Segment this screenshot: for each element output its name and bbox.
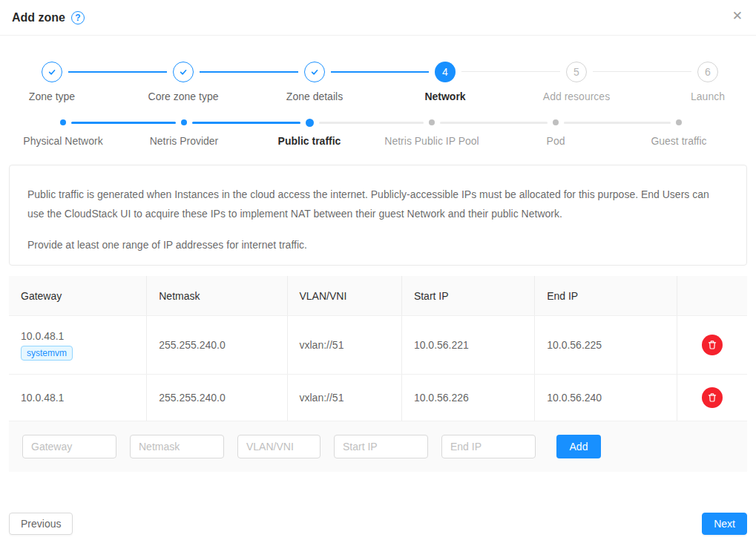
check-icon bbox=[47, 67, 57, 77]
step-zone-type-label: Zone type bbox=[29, 91, 75, 102]
step-connector bbox=[593, 71, 691, 72]
add-ip-range-form: Add bbox=[9, 421, 747, 472]
public-traffic-info-box: Public traffic is generated when Instanc… bbox=[9, 165, 747, 266]
substep-guest-traffic-dot bbox=[676, 119, 682, 125]
start-ip-cell: 10.0.56.221 bbox=[402, 316, 535, 374]
substep-connector bbox=[192, 122, 300, 124]
netmask-cell: 255.255.240.0 bbox=[147, 375, 287, 421]
step-launch-label: Launch bbox=[691, 91, 725, 102]
step-connector bbox=[200, 71, 298, 73]
delete-row-button[interactable] bbox=[702, 387, 723, 408]
actions-cell bbox=[677, 375, 747, 421]
ip-range-table: Gateway Netmask VLAN/VNI Start IP End IP… bbox=[9, 276, 747, 472]
help-icon[interactable]: ? bbox=[71, 11, 85, 24]
substep-connector bbox=[564, 122, 671, 124]
substep-public-traffic-dot bbox=[306, 119, 314, 127]
vlan-cell: vxlan://51 bbox=[288, 316, 402, 374]
gateway-input[interactable] bbox=[22, 435, 116, 458]
step-connector bbox=[68, 71, 167, 73]
column-header-netmask: Netmask bbox=[147, 276, 287, 315]
gateway-cell: 10.0.48.1 bbox=[9, 375, 147, 421]
next-button[interactable]: Next bbox=[702, 513, 747, 535]
wizard-stepper: 4 5 6 Zone type Core zone type Zone deta… bbox=[0, 56, 756, 105]
table-header-row: Gateway Netmask VLAN/VNI Start IP End IP bbox=[9, 276, 747, 316]
table-row: 10.0.48.1 systemvm 255.255.240.0 vxlan:/… bbox=[9, 316, 747, 375]
column-header-actions bbox=[677, 276, 747, 315]
substep-netris-public-ip-pool-label: Netris Public IP Pool bbox=[384, 135, 479, 147]
substep-connector bbox=[440, 122, 548, 124]
substep-netris-public-ip-pool-dot bbox=[429, 119, 435, 125]
column-header-vlan-vni: VLAN/VNI bbox=[288, 276, 402, 315]
step-network-label: Network bbox=[424, 91, 465, 102]
step-number: 4 bbox=[442, 66, 448, 78]
substep-netris-provider-label: Netris Provider bbox=[150, 135, 219, 147]
gateway-value: 10.0.48.1 bbox=[21, 330, 64, 342]
substep-pod-dot bbox=[553, 119, 559, 125]
step-number: 5 bbox=[573, 66, 579, 78]
trash-icon bbox=[707, 340, 717, 350]
actions-cell bbox=[677, 316, 747, 374]
network-substepper: Physical Network Netris Provider Public … bbox=[0, 114, 756, 151]
step-zone-details-label: Zone details bbox=[286, 91, 343, 102]
gateway-cell: 10.0.48.1 systemvm bbox=[9, 316, 147, 374]
end-ip-input[interactable] bbox=[441, 435, 536, 458]
start-ip-cell: 10.0.56.226 bbox=[402, 375, 535, 421]
step-core-zone-type-label: Core zone type bbox=[148, 91, 219, 102]
step-zone-details-icon bbox=[304, 62, 325, 82]
netmask-cell: 255.255.240.0 bbox=[147, 316, 287, 374]
step-add-resources-label: Add resources bbox=[543, 91, 610, 102]
table-row: 10.0.48.1 255.255.240.0 vxlan://51 10.0.… bbox=[9, 375, 747, 421]
substep-physical-network-dot bbox=[60, 119, 66, 125]
vlan-vni-input[interactable] bbox=[237, 435, 321, 458]
previous-button[interactable]: Previous bbox=[9, 513, 73, 535]
delete-row-button[interactable] bbox=[702, 335, 723, 355]
end-ip-cell: 10.0.56.225 bbox=[535, 316, 677, 374]
substep-netris-provider-dot bbox=[181, 119, 187, 125]
substep-public-traffic-label: Public traffic bbox=[278, 135, 341, 147]
dialog-title: Add zone bbox=[12, 11, 65, 24]
column-header-start-ip: Start IP bbox=[402, 276, 535, 315]
substep-pod-label: Pod bbox=[547, 135, 565, 147]
check-icon bbox=[178, 67, 188, 77]
column-header-end-ip: End IP bbox=[535, 276, 677, 315]
step-core-zone-type-icon bbox=[173, 62, 194, 82]
trash-icon bbox=[707, 392, 717, 403]
dialog-header: Add zone ? ✕ bbox=[0, 0, 756, 36]
step-number: 6 bbox=[705, 66, 711, 78]
step-connector bbox=[461, 71, 560, 72]
step-zone-type-icon bbox=[42, 62, 62, 82]
substep-connector bbox=[319, 122, 424, 124]
substep-guest-traffic-label: Guest traffic bbox=[651, 135, 706, 147]
check-icon bbox=[309, 67, 320, 77]
close-icon[interactable]: ✕ bbox=[732, 10, 743, 22]
info-paragraph-2: Provide at least one range of IP address… bbox=[27, 235, 729, 254]
add-zone-dialog: Add zone ? ✕ 4 5 6 Zone type Core zone t… bbox=[0, 0, 756, 535]
vlan-cell: vxlan://51 bbox=[288, 375, 402, 421]
substep-physical-network-label: Physical Network bbox=[23, 135, 102, 147]
step-add-resources-icon: 5 bbox=[566, 62, 587, 82]
step-network-icon: 4 bbox=[435, 62, 456, 82]
info-paragraph-1: Public traffic is generated when Instanc… bbox=[27, 185, 729, 223]
end-ip-cell: 10.0.56.240 bbox=[535, 375, 677, 421]
step-launch-icon: 6 bbox=[697, 62, 718, 82]
substep-connector bbox=[71, 122, 176, 124]
step-connector bbox=[331, 71, 429, 73]
netmask-input[interactable] bbox=[130, 435, 224, 458]
systemvm-tag: systemvm bbox=[21, 346, 73, 361]
add-button[interactable]: Add bbox=[556, 435, 601, 458]
start-ip-input[interactable] bbox=[334, 435, 428, 458]
dialog-footer: Previous Next bbox=[9, 513, 747, 535]
column-header-gateway: Gateway bbox=[9, 276, 147, 315]
